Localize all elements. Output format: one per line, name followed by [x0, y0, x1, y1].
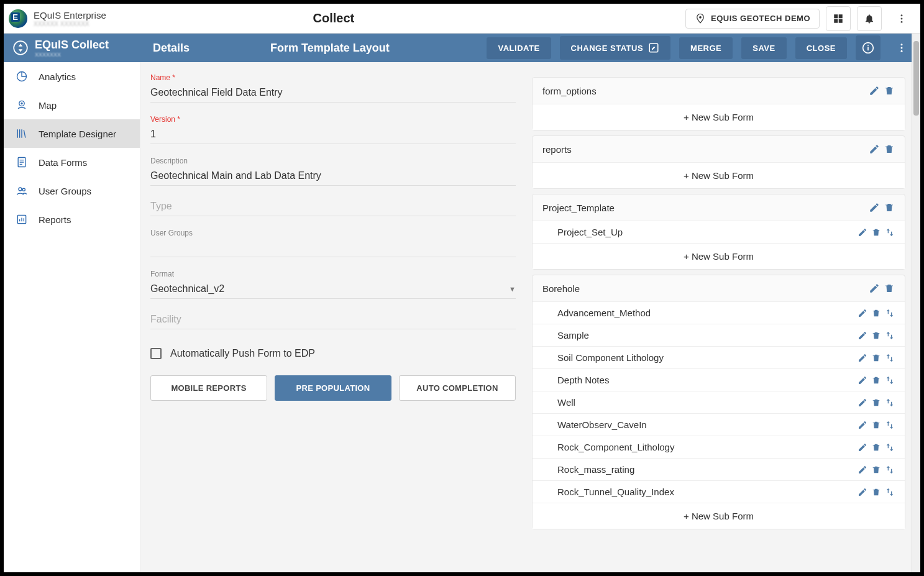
mobile-reports-button[interactable]: MOBILE REPORTS [150, 375, 267, 401]
scrollbar[interactable] [912, 34, 920, 572]
facility-selector[interactable]: EQUIS GEOTECH DEMO [685, 9, 820, 29]
pencil-icon[interactable] [858, 375, 867, 385]
form-group-header[interactable]: Borehole [533, 275, 905, 301]
updown-icon[interactable] [885, 353, 895, 363]
save-button[interactable]: SAVE [741, 37, 786, 59]
auto-completion-button[interactable]: AUTO COMPLETION [399, 375, 516, 401]
top-more-button[interactable] [888, 5, 915, 32]
version-input[interactable]: 1 [150, 126, 516, 144]
form-group-name: form_options [542, 86, 869, 96]
new-sub-form-button[interactable]: + New Sub Form [533, 243, 905, 269]
trash-icon[interactable] [884, 85, 895, 96]
format-value: Geotechnical_v2 [150, 283, 224, 295]
updown-icon[interactable] [885, 308, 895, 318]
auto-push-row[interactable]: Automatically Push Form to EDP [150, 348, 516, 359]
sidebar-item-label: Analytics [39, 71, 76, 82]
brand-logo [9, 9, 27, 28]
sub-form-name: Rock_Tunnel_Quality_Index [557, 487, 858, 497]
updown-icon[interactable] [885, 442, 895, 452]
trash-icon[interactable] [871, 442, 881, 452]
collect-icon [12, 40, 29, 56]
pencil-icon[interactable] [858, 398, 867, 408]
facility-input[interactable]: Facility [150, 311, 516, 329]
trash-icon[interactable] [884, 144, 895, 155]
merge-button[interactable]: MERGE [679, 37, 733, 59]
trash-icon[interactable] [871, 420, 881, 430]
pencil-icon[interactable] [869, 202, 880, 213]
topbar: EQuIS Enterprise XXXXXX XXXXXXX Collect … [4, 4, 920, 34]
pencil-icon[interactable] [869, 85, 880, 96]
sidebar-item-user-groups[interactable]: User Groups [4, 176, 140, 205]
toolbar-more-button[interactable] [889, 35, 914, 60]
change-status-button[interactable]: CHANGE STATUS [560, 36, 671, 60]
trash-icon[interactable] [871, 331, 881, 341]
sub-form-item[interactable]: Rock_Component_Lithology [533, 436, 905, 458]
trash-icon[interactable] [884, 202, 895, 213]
new-sub-form-button[interactable]: + New Sub Form [533, 162, 905, 188]
form-group-header[interactable]: Project_Template [533, 194, 905, 221]
pencil-icon[interactable] [858, 420, 867, 430]
sub-form-item[interactable]: WaterObserv_CaveIn [533, 413, 905, 436]
pencil-icon[interactable] [869, 144, 880, 155]
name-input[interactable]: Geotechnical Field Data Entry [150, 85, 516, 103]
trash-icon[interactable] [871, 465, 881, 475]
pencil-icon[interactable] [858, 227, 867, 237]
new-sub-form-button[interactable]: + New Sub Form [533, 104, 905, 130]
trash-icon[interactable] [871, 227, 881, 237]
sidebar-item-data-forms[interactable]: Data Forms [4, 148, 140, 176]
updown-icon[interactable] [885, 420, 895, 430]
form-group-header[interactable]: reports [533, 136, 905, 162]
name-label: Name * [150, 73, 516, 82]
trash-icon[interactable] [871, 398, 881, 408]
validate-button[interactable]: VALIDATE [487, 37, 551, 59]
sidebar-item-reports[interactable]: Reports [4, 205, 140, 234]
sub-form-item[interactable]: Rock_mass_rating [533, 458, 905, 480]
sidebar-item-map[interactable]: Map [4, 91, 140, 119]
sub-form-item[interactable]: Project_Set_Up [533, 221, 905, 243]
sub-form-item[interactable]: Soil Component Lithology [533, 346, 905, 368]
pre-population-button[interactable]: PRE POPULATION [275, 375, 391, 401]
updown-icon[interactable] [885, 227, 895, 237]
toolbar-info-button[interactable] [856, 35, 881, 60]
updown-icon[interactable] [885, 465, 895, 475]
sidebar-item-template-designer[interactable]: Template Designer [4, 119, 140, 148]
notifications-button[interactable] [857, 6, 882, 31]
pencil-icon[interactable] [858, 487, 867, 497]
sub-form-item[interactable]: Sample [533, 324, 905, 346]
format-select[interactable]: Geotechnical_v2 ▼ [150, 281, 516, 299]
trash-icon[interactable] [871, 487, 881, 497]
updown-icon[interactable] [885, 375, 895, 385]
trash-icon[interactable] [871, 308, 881, 318]
pencil-icon[interactable] [858, 353, 867, 363]
scroll-thumb[interactable] [913, 41, 919, 116]
pencil-icon[interactable] [858, 442, 867, 452]
trash-icon[interactable] [884, 283, 895, 294]
pencil-icon[interactable] [858, 465, 867, 475]
sub-form-item[interactable]: Rock_Tunnel_Quality_Index [533, 480, 905, 503]
apps-button[interactable] [826, 6, 851, 31]
updown-icon[interactable] [885, 331, 895, 341]
form-group-header[interactable]: form_options [533, 78, 905, 104]
details-panel: Name * Geotechnical Field Data Entry Ver… [140, 62, 526, 572]
new-sub-form-button[interactable]: + New Sub Form [533, 503, 905, 529]
sub-form-item[interactable]: Advancement_Method [533, 301, 905, 324]
type-input[interactable]: Type [150, 198, 516, 216]
chart-icon [16, 213, 28, 226]
pencil-icon[interactable] [869, 283, 880, 294]
chevron-down-icon: ▼ [509, 285, 516, 293]
usergroups-input[interactable] [150, 240, 516, 257]
close-button[interactable]: CLOSE [795, 37, 847, 59]
updown-icon[interactable] [885, 398, 895, 408]
description-input[interactable]: Geotechnical Main and Lab Data Entry [150, 168, 516, 186]
pencil-icon[interactable] [858, 331, 867, 341]
trash-icon[interactable] [871, 353, 881, 363]
checkbox-icon[interactable] [150, 348, 162, 359]
pencil-icon[interactable] [858, 308, 867, 318]
sub-form-item[interactable]: Well [533, 391, 905, 413]
description-label: Description [150, 157, 516, 165]
trash-icon[interactable] [871, 375, 881, 385]
sub-form-item[interactable]: Depth Notes [533, 368, 905, 391]
sidebar-item-analytics[interactable]: Analytics [4, 62, 140, 91]
updown-icon[interactable] [885, 487, 895, 497]
form-group-card: Project_Template Project_Set_Up [532, 194, 905, 270]
